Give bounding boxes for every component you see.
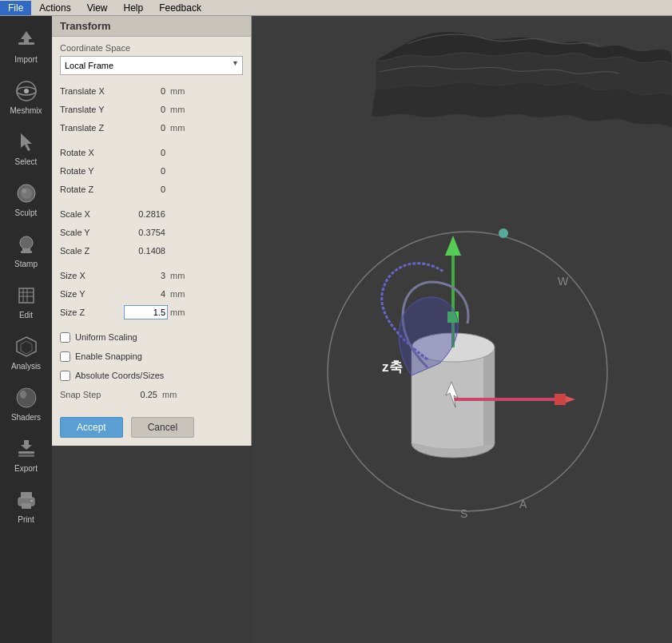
sidebar-label-print: Print (18, 515, 34, 524)
sidebar-item-shaders[interactable]: Shaders (2, 379, 50, 427)
meshmix-icon (14, 78, 39, 104)
gizmo-s-label: S (460, 507, 467, 520)
gizmo-w-label: W (558, 275, 569, 288)
cancel-button[interactable]: Cancel (131, 417, 194, 438)
svg-marker-18 (21, 341, 32, 354)
export-icon (14, 436, 39, 462)
rotate-y-label: Rotate Y (60, 166, 124, 176)
svg-rect-11 (21, 251, 32, 253)
rotate-y-value: 0 (124, 166, 168, 176)
rotate-z-label: Rotate Z (60, 185, 124, 194)
svg-point-9 (20, 236, 33, 249)
svg-marker-12 (19, 288, 34, 303)
size-x-label: Size X (60, 271, 124, 280)
uniform-scaling-label[interactable]: Uniform Scaling (75, 332, 137, 342)
size-x-row: Size X 3 mm (60, 268, 243, 284)
panel-title: Transform (52, 16, 251, 37)
rotate-x-value: 0 (124, 148, 168, 157)
svg-marker-1 (21, 31, 32, 42)
z-axis-label: z축 (382, 359, 403, 375)
edit-icon (14, 283, 39, 308)
translate-z-label: Translate Z (60, 123, 124, 133)
menu-feedback[interactable]: Feedback (151, 1, 209, 15)
translate-x-row: Translate X 0 mm (60, 83, 243, 99)
print-icon (14, 487, 39, 513)
svg-rect-21 (18, 451, 34, 454)
absolute-coords-label[interactable]: Absolute Coords/Sizes (75, 371, 164, 380)
absolute-coords-row: Absolute Coords/Sizes (60, 367, 243, 383)
size-z-input[interactable] (124, 305, 168, 320)
accept-button[interactable]: Accept (60, 417, 123, 438)
sidebar-item-select[interactable]: Select (2, 124, 50, 172)
sculpt-icon (14, 181, 39, 206)
translate-y-row: Translate Y 0 mm (60, 101, 243, 117)
svg-rect-26 (22, 503, 31, 509)
enable-snapping-checkbox[interactable] (60, 351, 70, 362)
translate-y-value: 0 (124, 105, 168, 114)
sidebar-label-edit: Edit (19, 311, 33, 320)
scale-y-value: 0.3754 (124, 228, 168, 237)
sidebar-label-select: Select (15, 157, 38, 166)
svg-point-4 (24, 89, 29, 93)
sidebar-item-print[interactable]: Print (2, 482, 50, 530)
button-row: Accept Cancel (52, 417, 251, 438)
translate-z-unit: mm (168, 123, 188, 133)
rotate-y-row: Rotate Y 0 (60, 163, 243, 179)
scale-y-row: Scale Y 0.3754 (60, 224, 243, 240)
scale-z-value: 0.1408 (124, 246, 168, 256)
gizmo-top-dot (499, 228, 508, 238)
menu-actions[interactable]: Actions (31, 1, 78, 15)
viewport[interactable]: S W A z축 (252, 16, 672, 643)
size-z-label: Size Z (60, 308, 124, 317)
gizmo-red-handle (555, 394, 566, 405)
svg-point-8 (22, 189, 26, 193)
menu-help[interactable]: Help (116, 1, 152, 15)
rotate-x-row: Rotate X 0 (60, 145, 243, 161)
sidebar-item-export[interactable]: Export (2, 431, 50, 478)
svg-rect-27 (30, 500, 33, 502)
transform-panel: Transform Coordinate Space Local Frame W… (52, 16, 252, 446)
sidebar-item-stamp[interactable]: Stamp (2, 226, 50, 274)
size-z-row: Size Z mm (60, 304, 243, 320)
svg-marker-17 (17, 337, 36, 356)
uniform-scaling-checkbox[interactable] (60, 332, 70, 343)
stamp-icon (14, 232, 39, 257)
sidebar-item-sculpt[interactable]: Sculpt (2, 175, 50, 223)
svg-point-19 (17, 388, 36, 407)
enable-snapping-label[interactable]: Enable Snapping (75, 351, 142, 361)
sidebar-label-import: Import (14, 55, 37, 64)
sidebar-label-stamp: Stamp (14, 260, 38, 268)
sidebar-label-analysis: Analysis (11, 362, 41, 371)
absolute-coords-checkbox[interactable] (60, 371, 70, 381)
sidebar-item-import[interactable]: Import (2, 22, 50, 69)
translate-x-label: Translate X (60, 86, 124, 96)
svg-rect-23 (18, 454, 34, 457)
menu-file[interactable]: File (0, 1, 31, 15)
enable-snapping-row: Enable Snapping (60, 348, 243, 364)
svg-marker-22 (21, 440, 32, 450)
svg-rect-0 (18, 42, 34, 45)
sidebar-item-meshmix[interactable]: Meshmix (2, 73, 50, 121)
sidebar-label-export: Export (14, 464, 38, 473)
scale-z-label: Scale Z (60, 246, 124, 256)
sidebar-label-meshmix: Meshmix (10, 106, 42, 115)
sidebar-item-edit[interactable]: Edit (2, 277, 50, 325)
size-x-value: 3 (124, 271, 168, 280)
size-y-label: Size Y (60, 289, 124, 299)
scene-svg: S W A z축 (252, 16, 672, 643)
scale-x-value: 0.2816 (124, 209, 168, 219)
snap-step-row: Snap Step 0.25 mm (60, 387, 243, 403)
coord-space-select[interactable]: Local Frame World Frame Screen Frame (60, 56, 243, 75)
sidebar: Import Meshmix Select Scul (0, 16, 52, 643)
shaders-icon (14, 385, 39, 411)
translate-z-value: 0 (124, 123, 168, 133)
uniform-scaling-row: Uniform Scaling (60, 329, 243, 345)
menu-view[interactable]: View (79, 1, 116, 15)
sidebar-item-analysis[interactable]: Analysis (2, 328, 50, 376)
translate-x-value: 0 (124, 86, 168, 96)
snap-step-label: Snap Step (60, 390, 124, 399)
scale-y-label: Scale Y (60, 228, 124, 237)
size-y-unit: mm (168, 289, 188, 299)
size-y-value: 4 (124, 289, 168, 299)
snap-step-unit: mm (160, 390, 177, 399)
